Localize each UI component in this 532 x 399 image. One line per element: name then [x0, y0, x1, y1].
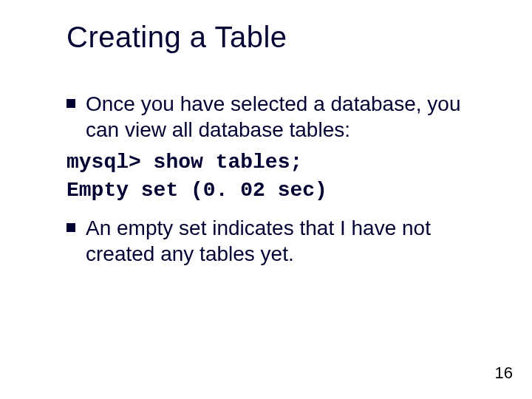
bullet-marker-icon: [66, 223, 75, 232]
code-line: Empty set (0. 02 sec): [66, 177, 488, 205]
bullet-item: Once you have selected a database, you c…: [66, 91, 488, 143]
slide-body: Once you have selected a database, you c…: [66, 91, 488, 267]
bullet-marker-icon: [66, 99, 75, 108]
page-number: 16: [495, 364, 513, 383]
code-line: mysql> show tables;: [66, 149, 488, 177]
code-block: mysql> show tables; Empty set (0. 02 sec…: [66, 149, 488, 205]
slide-title: Creating a Table: [66, 21, 488, 54]
bullet-text: Once you have selected a database, you c…: [86, 91, 488, 143]
bullet-item: An empty set indicates that I have not c…: [66, 215, 488, 267]
bullet-text: An empty set indicates that I have not c…: [86, 215, 488, 267]
slide: Creating a Table Once you have selected …: [0, 0, 532, 399]
